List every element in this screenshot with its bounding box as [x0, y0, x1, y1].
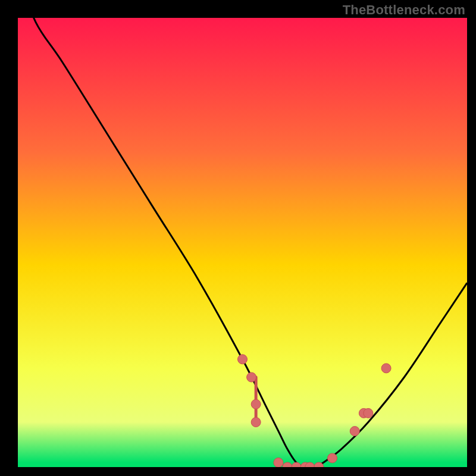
data-marker: [251, 418, 261, 427]
data-marker: [251, 399, 261, 409]
data-marker: [274, 458, 283, 467]
data-marker: [247, 372, 256, 382]
watermark-text: TheBottleneck.com: [343, 2, 465, 18]
chart-stage: { "watermark": "TheBottleneck.com", "col…: [0, 0, 476, 476]
data-marker: [238, 355, 248, 364]
data-marker: [328, 453, 337, 463]
data-marker: [364, 408, 373, 418]
data-marker: [350, 427, 359, 436]
bottleneck-chart: [0, 0, 476, 476]
data-marker: [381, 364, 391, 373]
chart-plot-area: [18, 18, 467, 467]
